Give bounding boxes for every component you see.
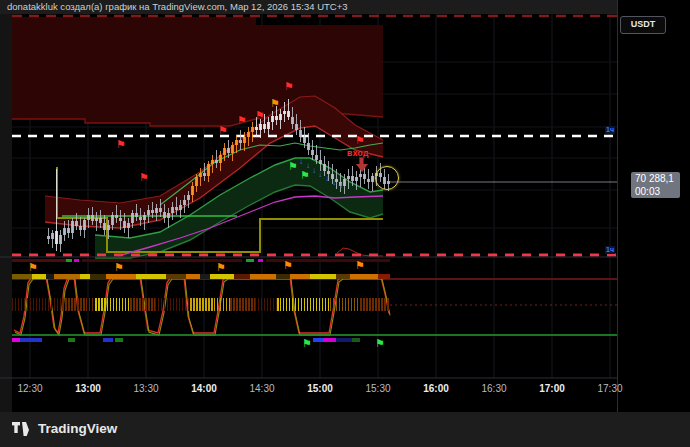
candle[interactable] <box>287 111 290 118</box>
candle[interactable] <box>79 226 82 229</box>
candle[interactable] <box>271 116 274 123</box>
candle[interactable] <box>223 148 226 155</box>
candle[interactable] <box>359 174 362 177</box>
candle[interactable] <box>171 207 174 214</box>
candle[interactable] <box>263 124 266 129</box>
candle[interactable] <box>207 164 210 175</box>
candle[interactable] <box>131 213 134 223</box>
candle[interactable] <box>163 212 166 219</box>
candle[interactable] <box>103 223 106 230</box>
time-axis-label: 17:00 <box>539 383 565 394</box>
candle[interactable] <box>87 215 90 220</box>
highlight-circle[interactable] <box>375 166 399 190</box>
candle[interactable] <box>183 200 186 205</box>
osc-orange-flag-marker[interactable]: ⚑ <box>28 262 38 273</box>
candle[interactable] <box>195 177 198 185</box>
candle[interactable] <box>259 124 262 131</box>
candle[interactable] <box>303 137 306 144</box>
osc-orange-flag-marker[interactable]: ⚑ <box>216 262 226 273</box>
price-axis[interactable] <box>617 0 690 412</box>
candle[interactable] <box>247 132 250 137</box>
candle[interactable] <box>147 210 150 215</box>
candle[interactable] <box>63 228 66 235</box>
candle[interactable] <box>115 215 118 218</box>
candle[interactable] <box>75 221 78 226</box>
candle[interactable] <box>143 215 146 220</box>
candle[interactable] <box>215 160 218 163</box>
candle[interactable] <box>367 179 370 182</box>
candle[interactable] <box>295 124 298 131</box>
candle[interactable] <box>139 217 142 220</box>
candle[interactable] <box>255 127 258 130</box>
osc-orange-flag-marker[interactable]: ⚑ <box>283 260 293 271</box>
candle[interactable] <box>371 176 374 183</box>
candle[interactable] <box>175 207 178 210</box>
candle[interactable] <box>123 221 126 228</box>
candle[interactable] <box>159 208 162 211</box>
candle[interactable] <box>319 160 322 165</box>
candle[interactable] <box>119 218 122 221</box>
osc-orange-flag-marker[interactable]: ⚑ <box>114 262 124 273</box>
candle[interactable] <box>323 164 326 171</box>
green-flag-marker[interactable]: ⚑ <box>288 161 298 172</box>
candle[interactable] <box>155 208 158 213</box>
red-flag-marker[interactable]: ⚑ <box>237 115 247 126</box>
candle[interactable] <box>307 143 310 150</box>
red-flag-marker[interactable]: ⚑ <box>139 172 149 183</box>
candle[interactable] <box>187 195 190 200</box>
orange-flag-marker[interactable]: ⚑ <box>270 98 280 109</box>
candle[interactable] <box>135 213 138 216</box>
candle[interactable] <box>55 231 58 244</box>
osc-green-flag-marker[interactable]: ⚑ <box>302 338 312 349</box>
candle[interactable] <box>231 145 234 153</box>
candle[interactable] <box>299 130 302 137</box>
candle[interactable] <box>59 235 62 245</box>
candle[interactable] <box>347 176 350 179</box>
candle[interactable] <box>291 117 294 124</box>
candle[interactable] <box>51 233 54 240</box>
candle[interactable] <box>167 213 170 218</box>
candle[interactable] <box>95 218 98 221</box>
candle[interactable] <box>179 205 182 210</box>
candle[interactable] <box>219 155 222 163</box>
candle[interactable] <box>47 236 50 239</box>
candle[interactable] <box>267 122 270 129</box>
candle[interactable] <box>111 215 114 225</box>
candle[interactable] <box>239 140 242 143</box>
quote-currency-button[interactable]: USDT <box>620 16 666 34</box>
candle[interactable] <box>351 176 354 181</box>
red-flag-marker[interactable]: ⚑ <box>255 110 265 121</box>
osc-green-flag-marker[interactable]: ⚑ <box>375 338 385 349</box>
candle[interactable] <box>83 220 86 230</box>
candle[interactable] <box>99 218 102 223</box>
candle[interactable] <box>203 173 206 176</box>
candle[interactable] <box>107 225 110 230</box>
red-flag-marker[interactable]: ⚑ <box>116 139 126 150</box>
candle[interactable] <box>71 221 74 232</box>
candle[interactable] <box>199 173 202 178</box>
candle[interactable] <box>243 137 246 144</box>
candle[interactable] <box>227 148 230 153</box>
candle[interactable] <box>363 174 366 179</box>
candle[interactable] <box>279 114 282 121</box>
candle[interactable] <box>315 155 318 160</box>
candle[interactable] <box>251 127 254 132</box>
candle[interactable] <box>151 210 154 213</box>
red-flag-marker[interactable]: ⚑ <box>284 81 294 92</box>
red-flag-marker[interactable]: ⚑ <box>355 135 365 146</box>
candle[interactable] <box>191 186 194 196</box>
candle[interactable] <box>275 116 278 121</box>
candle[interactable] <box>283 111 286 114</box>
green-flag-marker[interactable]: ⚑ <box>300 170 310 181</box>
red-flag-marker[interactable]: ⚑ <box>218 125 228 136</box>
osc-orange-flag-marker[interactable]: ⚑ <box>355 260 365 271</box>
candle[interactable] <box>91 215 94 222</box>
candle[interactable] <box>343 179 346 186</box>
tradingview-logo[interactable]: TradingView <box>12 421 117 436</box>
candle[interactable] <box>127 223 130 228</box>
candle[interactable] <box>211 160 214 165</box>
candle[interactable] <box>67 228 70 233</box>
candle[interactable] <box>235 140 238 145</box>
candle[interactable] <box>311 150 314 155</box>
candle[interactable] <box>355 177 358 180</box>
